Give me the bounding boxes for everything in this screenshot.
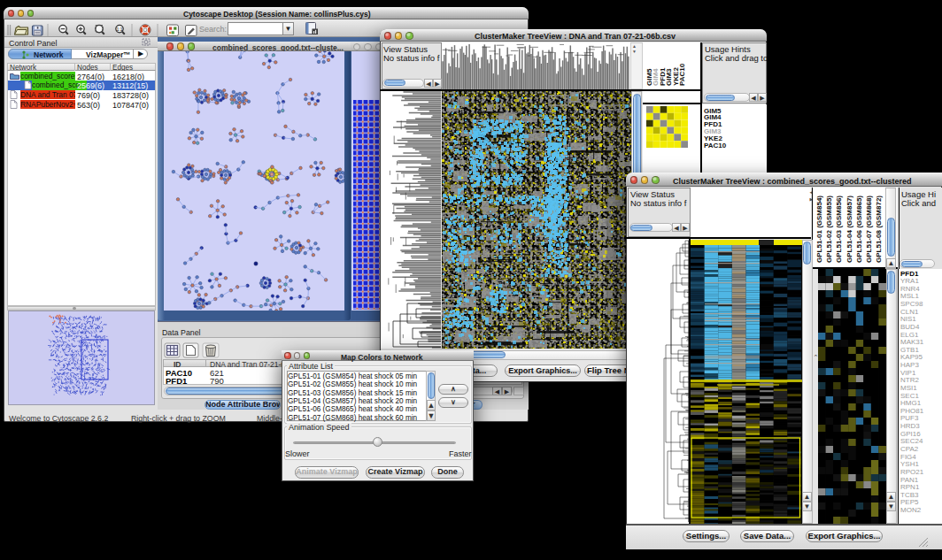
svg-text:1:1: 1:1	[117, 26, 123, 31]
